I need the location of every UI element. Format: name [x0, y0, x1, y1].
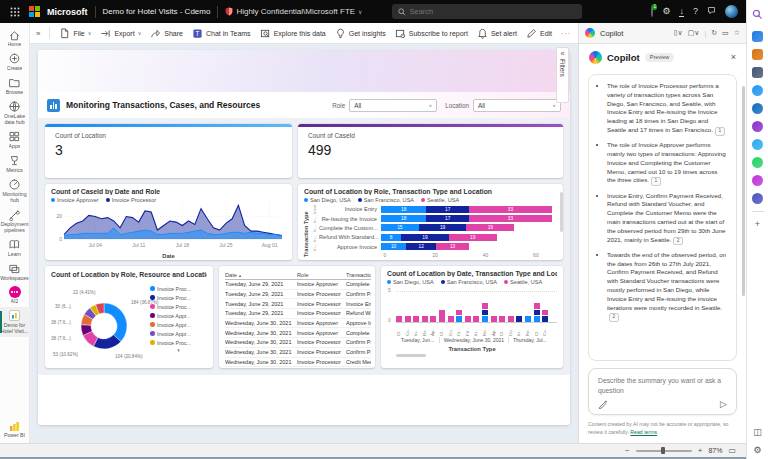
window-dropdown-icon[interactable]: ▢∨ — [688, 29, 700, 37]
role-slicer-dropdown[interactable]: All∨ — [349, 99, 437, 112]
chat-in-teams-button[interactable]: TChat in Teams — [192, 28, 251, 39]
hbar-scrollbar[interactable] — [560, 192, 563, 232]
read-terms-link[interactable]: Read terms — [630, 429, 657, 435]
vbar-column[interactable] — [456, 309, 462, 322]
zoom-in-icon[interactable]: + — [698, 446, 703, 455]
sidebar-item-ai2[interactable]: AI2 — [0, 284, 30, 307]
citation-chip[interactable]: 2 — [609, 313, 619, 322]
table-row[interactable]: Wednesday, June 30, 2021Invoice Approver… — [225, 318, 371, 328]
donut-slice[interactable] — [104, 303, 127, 342]
edge-settings-gear-icon[interactable]: ⚙ — [753, 445, 761, 455]
hbar-bar[interactable]: 181733 — [381, 215, 552, 222]
refresh-icon[interactable]: ↻ — [711, 29, 717, 37]
vbar-column[interactable] — [473, 315, 479, 321]
bookmark-dropdown-icon[interactable]: ▯∨ — [674, 29, 683, 37]
vbar-column[interactable] — [482, 302, 488, 321]
hbar-bar[interactable]: 101213 — [381, 243, 469, 250]
sensitivity-label[interactable]: Highly Confidential\Microsoft FTE ∨ — [225, 7, 362, 16]
table-column-header[interactable]: Date ▲ — [225, 270, 297, 280]
hbar-chart-location-by-role-transaction[interactable]: Count of Location by Role, Transaction T… — [298, 184, 563, 260]
vbar-column[interactable] — [448, 315, 454, 321]
vbar-column[interactable] — [430, 315, 436, 321]
chat-icon[interactable]: ▭ — [722, 29, 729, 37]
citation-chip[interactable]: 1 — [651, 177, 661, 186]
sidebar-item-workspaces[interactable]: Workspaces — [0, 260, 30, 284]
edge-designer-icon[interactable] — [752, 85, 763, 96]
search-input[interactable] — [410, 7, 560, 16]
zoom-slider[interactable] — [636, 450, 692, 452]
table-row[interactable]: Wednesday, June 30, 2021Invoice Processo… — [225, 357, 371, 367]
edge-tools-icon[interactable] — [752, 49, 763, 60]
edge-telegram-icon[interactable] — [752, 139, 763, 150]
user-avatar[interactable] — [725, 5, 738, 18]
vbar-column[interactable] — [405, 315, 411, 321]
settings-gear-icon[interactable]: ⚙ — [662, 7, 670, 16]
copilot-scrollbar[interactable] — [742, 86, 745, 296]
hbar-bar[interactable]: 151919 — [381, 224, 514, 231]
kpi-card-count-of-location[interactable]: Count of Location 3 — [45, 124, 292, 178]
fit-window-icon[interactable]: ▭ — [728, 446, 736, 455]
table-row[interactable]: Wednesday, June 30, 2021Invoice Processo… — [225, 367, 371, 368]
file-button[interactable]: File∨ — [59, 28, 91, 39]
table-row[interactable]: Tuesday, June 29, 2021Invoice ProcessorC… — [225, 289, 371, 299]
global-search-box[interactable] — [392, 4, 582, 19]
edge-drop-icon[interactable] — [752, 121, 763, 132]
vbar-column[interactable] — [396, 315, 402, 321]
area-chart-caseid-by-date-role[interactable]: Count of CaseId by Date and Role Invoice… — [45, 184, 292, 260]
edit-button[interactable]: Edit — [526, 28, 552, 39]
help-icon[interactable]: ? — [693, 7, 698, 16]
sidebar-item-deployment-pipelines[interactable]: Deployment pipelines — [0, 206, 30, 236]
notifications-icon[interactable]: 1 — [651, 7, 653, 16]
subscribe-to-report-button[interactable]: Subscribe to report — [395, 28, 468, 39]
vbar-column[interactable] — [491, 315, 497, 321]
send-icon[interactable]: ▷ — [720, 400, 727, 409]
table-row[interactable]: Wednesday, June 30, 2021Invoice Processo… — [225, 338, 371, 348]
vbar-scrollbar[interactable] — [396, 354, 426, 357]
zoom-out-icon[interactable]: − — [625, 446, 630, 455]
filters-pane-collapsed[interactable]: « Filters — [556, 47, 569, 103]
sidebar-item-create[interactable]: Create — [0, 50, 30, 74]
vbar-column[interactable] — [525, 315, 531, 321]
favorites-star-icon[interactable]: ☆ — [734, 29, 740, 37]
hbar-bar[interactable]: 81919 — [381, 234, 497, 241]
sidebar-item-monitoring-hub[interactable]: Monitoring hub — [0, 176, 30, 206]
table-row[interactable]: Tuesday, June 29, 2021Invoice ApproverCo… — [225, 280, 371, 290]
table-row[interactable]: Wednesday, June 30, 2021Invoice Processo… — [225, 347, 371, 357]
add-app-icon[interactable]: + — [755, 219, 760, 229]
edge-outlook-icon[interactable] — [752, 103, 763, 114]
waffle-menu-icon[interactable] — [8, 5, 22, 19]
feedback-icon[interactable] — [707, 6, 716, 17]
sidebar-item-metrics[interactable]: Metrics — [0, 152, 30, 176]
location-slicer-dropdown[interactable]: All∨ — [473, 99, 561, 112]
share-button[interactable]: Share — [150, 28, 183, 39]
download-icon[interactable]: ↓ — [679, 7, 684, 16]
export-button[interactable]: Export∨ — [100, 28, 141, 39]
edge-whatsapp-icon[interactable] — [752, 157, 763, 168]
edge-search-icon[interactable] — [752, 6, 763, 24]
vbar-column[interactable] — [542, 309, 548, 322]
vbar-column[interactable] — [439, 309, 445, 322]
close-icon[interactable]: × — [731, 52, 736, 62]
vbar-column[interactable] — [499, 315, 505, 321]
donut-chart-location-by-role-resource[interactable]: Count of Location by Role, Resource and … — [45, 266, 213, 368]
table-column-header[interactable]: Transaction — [346, 270, 371, 280]
get-insights-button[interactable]: Get insights — [335, 28, 386, 39]
table-column-header[interactable]: Role — [297, 270, 346, 280]
vbar-column[interactable] — [465, 315, 471, 321]
explore-this-data-button[interactable]: Explore this data — [260, 28, 326, 39]
sidebar-item-onelake-data-hub[interactable]: OneLake data hub — [0, 98, 30, 128]
table-row[interactable]: Tuesday, June 29, 2021Invoice ProcessorR… — [225, 309, 371, 319]
edge-contacts-icon[interactable] — [752, 67, 763, 78]
citation-chip[interactable]: 2 — [673, 237, 683, 246]
sidebar-item-browse[interactable]: Browse — [0, 74, 30, 98]
more-options-icon[interactable]: ··· — [561, 30, 571, 37]
edge-messenger-icon[interactable] — [752, 175, 763, 186]
legend-more-icon[interactable]: ▾ — [150, 347, 207, 353]
table-row[interactable]: Tuesday, June 29, 2021Invoice ProcessorI… — [225, 299, 371, 309]
set-alert-button[interactable]: Set alert — [477, 28, 517, 39]
vbar-chart-location-by-date-transaction[interactable]: Count of Location by Date, Transaction T… — [381, 266, 563, 368]
transactions-table[interactable]: Date ▲RoleTransaction Tuesday, June 29, … — [219, 266, 375, 368]
kpi-card-count-of-caseid[interactable]: Count of CaseId 499 — [298, 124, 563, 178]
copilot-pane-tab[interactable]: Copilot — [600, 29, 623, 38]
vbar-column[interactable] — [534, 302, 540, 321]
